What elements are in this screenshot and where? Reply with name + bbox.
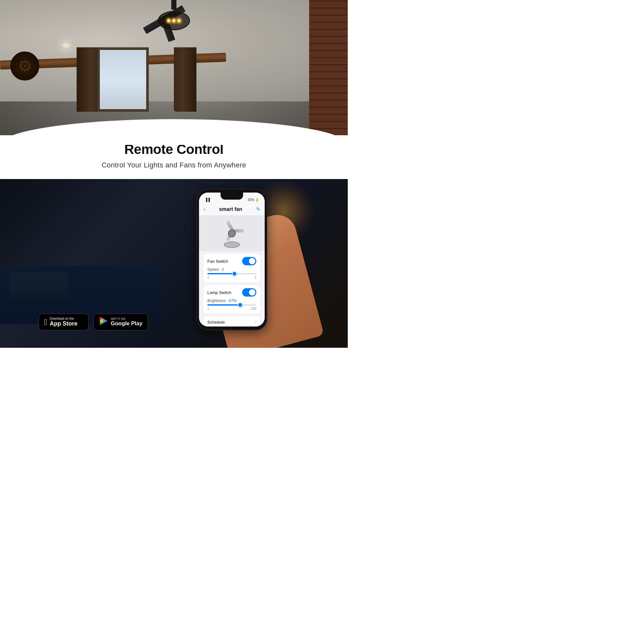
signal-indicator: ▐▐	[205, 198, 210, 202]
phone-notch	[221, 193, 243, 200]
speed-max: 3	[254, 276, 256, 279]
sofa-cushion	[10, 272, 68, 298]
google-play-icon	[99, 317, 108, 328]
svg-marker-4	[103, 318, 108, 323]
fan-switch-row: Fan Switch	[207, 257, 256, 265]
fan-switch-toggle[interactable]	[242, 257, 256, 265]
apple-icon: 	[44, 317, 47, 327]
brightness-slider-range: 1 100	[207, 307, 256, 310]
fp-lamp	[224, 241, 240, 248]
speed-slider-track[interactable]	[207, 273, 256, 274]
window	[97, 47, 149, 112]
speed-label: Speed · 2	[207, 267, 256, 272]
fan-preview-image	[217, 219, 246, 248]
fan-body	[151, 10, 196, 42]
brightness-slider-thumb[interactable]	[238, 302, 243, 308]
bulb-1	[167, 19, 170, 23]
speed-slider-thumb[interactable]	[232, 271, 237, 276]
app-store-line1: Download on the	[50, 317, 78, 320]
battery-indicator: 31% 🔋	[248, 198, 259, 202]
page-subtitle: Control Your Lights and Fans from Anywhe…	[0, 161, 348, 169]
google-play-badge[interactable]: GET IT ON Google Play	[94, 314, 148, 330]
brightness-slider-track[interactable]	[207, 304, 256, 306]
app-store-badge[interactable]:  Download on the App Store	[39, 314, 89, 330]
speed-value: 2	[222, 267, 224, 272]
bottom-section:  Download on the App Store GET IT ON Go	[0, 179, 348, 348]
lamp-switch-label: Lamp Switch	[207, 290, 231, 295]
lamp-switch-section: Lamp Switch Brightness · 67% 1 100	[204, 285, 260, 314]
hand-phone: ▐▐ 31% 🔋 ‹ smart fan ✎	[193, 189, 316, 348]
app-title: smart fan	[205, 206, 256, 212]
app-header: ‹ smart fan ✎	[199, 203, 265, 216]
bulb-3	[177, 19, 181, 23]
google-play-texts: GET IT ON Google Play	[111, 317, 142, 327]
google-play-line2: Google Play	[111, 320, 142, 327]
brightness-min: 1	[207, 307, 209, 310]
lamp-switch-row: Lamp Switch	[207, 288, 256, 297]
bulb-2	[172, 19, 175, 23]
fan-mount	[171, 0, 176, 10]
ceiling-fan	[142, 0, 206, 58]
room-photo	[0, 0, 348, 135]
chevron-right-icon: ›	[255, 319, 256, 325]
edit-button[interactable]: ✎	[256, 206, 260, 212]
app-store-line2: App Store	[50, 320, 78, 327]
fan-switch-section: Fan Switch Speed · 2 1 3	[204, 254, 260, 282]
fan-switch-label: Fan Switch	[207, 259, 228, 264]
wall-clock	[10, 52, 39, 81]
speed-min: 1	[207, 276, 209, 279]
schedule-label: Schedule	[207, 320, 225, 325]
brightness-slider-fill	[207, 304, 240, 306]
brick-wall	[309, 0, 348, 135]
lamp-switch-toggle[interactable]	[242, 288, 256, 297]
room-background	[0, 0, 348, 135]
fp-center	[228, 230, 236, 237]
speed-slider-range: 1 3	[207, 276, 256, 279]
app-badges:  Download on the App Store GET IT ON Go	[39, 314, 148, 330]
fan-lamp-shade	[158, 11, 190, 30]
fan-preview	[199, 216, 265, 251]
brightness-max: 100	[251, 307, 256, 310]
app-store-texts: Download on the App Store	[50, 317, 78, 327]
schedule-row[interactable]: Schedule ›	[204, 316, 260, 327]
app-controls: Fan Switch Speed · 2 1 3	[199, 251, 265, 327]
curtain-left	[77, 47, 99, 112]
smartphone: ▐▐ 31% 🔋 ‹ smart fan ✎	[196, 189, 267, 330]
phone-screen: ▐▐ 31% 🔋 ‹ smart fan ✎	[199, 193, 265, 327]
brightness-value: 67%	[229, 298, 237, 303]
google-play-line1: GET IT ON	[111, 317, 142, 320]
speed-slider-fill	[207, 273, 234, 274]
brightness-label: Brightness · 67%	[207, 298, 256, 303]
